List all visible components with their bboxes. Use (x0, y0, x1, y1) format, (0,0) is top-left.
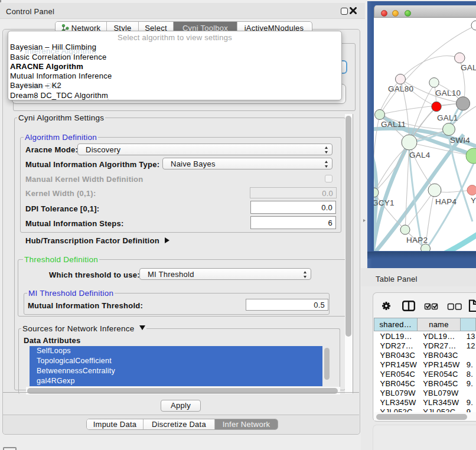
svg-text:GAL4: GAL4 (409, 151, 431, 159)
svg-text:GAL1: GAL1 (437, 113, 458, 122)
svg-text:HAP4: HAP4 (435, 197, 457, 206)
svg-text:GAL80: GAL80 (388, 84, 413, 93)
svg-text:HAP2: HAP2 (406, 236, 428, 244)
svg-text:GAL7: GAL7 (461, 63, 476, 72)
svg-text:SWI4: SWI4 (450, 136, 470, 145)
svg-text:GAL11: GAL11 (381, 120, 406, 129)
svg-text:GCY1: GCY1 (374, 198, 395, 207)
svg-text:GAL10: GAL10 (435, 89, 461, 97)
svg-text:Y: Y (471, 196, 476, 205)
